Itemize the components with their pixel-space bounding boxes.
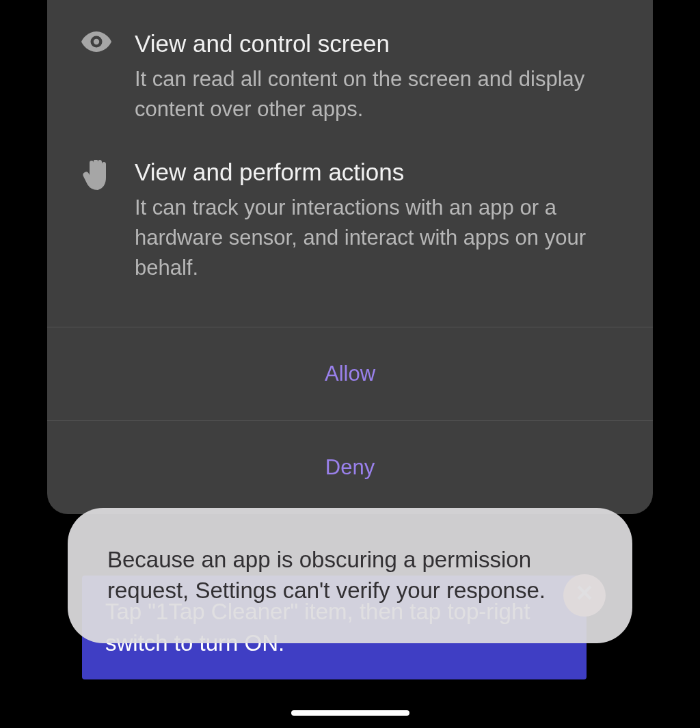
toast-message: Because an app is obscuring a permission… (107, 547, 546, 603)
permission-item-view-control-screen: View and control screen It can read all … (47, 12, 653, 141)
accessibility-permission-dialog: View and control screen It can read all … (47, 0, 653, 514)
permission-title: View and control screen (135, 29, 616, 59)
system-toast: Because an app is obscuring a permission… (68, 508, 632, 643)
gesture-nav-pill[interactable] (291, 710, 409, 716)
permission-list: View and control screen It can read all … (47, 0, 653, 327)
hand-icon (80, 157, 135, 191)
dialog-button-row: Allow Deny (47, 327, 653, 514)
permission-description: It can read all content on the screen an… (135, 64, 616, 124)
svg-point-1 (94, 39, 99, 44)
permission-text: View and perform actions It can track yo… (135, 157, 631, 283)
permission-item-view-perform-actions: View and perform actions It can track yo… (47, 141, 653, 299)
allow-button[interactable]: Allow (47, 327, 653, 420)
deny-button[interactable]: Deny (47, 420, 653, 514)
permission-description: It can track your interactions with an a… (135, 193, 616, 283)
permission-text: View and control screen It can read all … (135, 29, 631, 124)
navigation-bar (0, 710, 700, 716)
permission-title: View and perform actions (135, 157, 616, 187)
eye-icon (80, 29, 135, 52)
